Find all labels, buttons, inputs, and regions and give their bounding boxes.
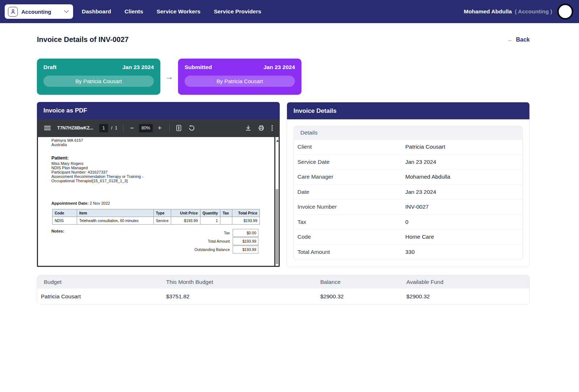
chevron-down-icon bbox=[64, 10, 69, 13]
detail-row-tax: Tax0 bbox=[294, 215, 523, 230]
doc-address: Palmyra WA 6157 Australia bbox=[51, 138, 259, 147]
detail-row-service-date: Service DateJan 23 2024 bbox=[294, 155, 523, 170]
role-selector-label: Accounting bbox=[21, 9, 60, 15]
pdf-page: Palmyra WA 6157 Australia Patient: Miss … bbox=[38, 137, 274, 266]
page-separator: / bbox=[111, 125, 112, 131]
detail-row-code: CodeHome Care bbox=[294, 230, 523, 245]
back-arrow-icon: ← bbox=[507, 36, 514, 43]
budget-cell: $3751.82 bbox=[166, 293, 320, 300]
download-icon[interactable] bbox=[244, 123, 253, 133]
scrollbar-thumb[interactable] bbox=[276, 189, 278, 264]
nav-item-clients[interactable]: Clients bbox=[124, 8, 143, 15]
doc-items-table: Code Item Type Unit Price Quantity Tax T… bbox=[52, 209, 260, 225]
budget-table-header: Budget This Month Budget Balance Availab… bbox=[37, 275, 529, 289]
doc-totals: Tax$0.00 Total Amount$193.99 Outstanding… bbox=[195, 229, 258, 253]
more-options-icon[interactable] bbox=[270, 123, 275, 133]
zoom-in-button[interactable]: + bbox=[156, 124, 164, 133]
pdf-scrollbar[interactable] bbox=[274, 137, 279, 266]
toolbar-divider bbox=[169, 124, 170, 132]
nav-item-service-providers[interactable]: Service Providers bbox=[214, 8, 261, 15]
status-author-pill: By Patricia Cousart bbox=[43, 76, 154, 87]
status-author-pill: By Patricia Cousart bbox=[185, 76, 295, 87]
budget-cell: $2900.32 bbox=[406, 293, 529, 300]
detail-row-client: ClientPatricia Cousart bbox=[294, 140, 523, 155]
budget-col-header: This Month Budget bbox=[166, 279, 320, 285]
details-panel-title: Invoice Details bbox=[287, 102, 529, 119]
back-button[interactable]: ← Back bbox=[507, 36, 530, 43]
role-selector-dropdown[interactable]: Accounting bbox=[5, 4, 73, 19]
status-timeline: Draft Jan 23 2024 By Patricia Cousart → … bbox=[37, 59, 530, 95]
scroll-up-icon[interactable] bbox=[276, 140, 279, 142]
user-name: Mohamed Abdulla bbox=[464, 8, 512, 15]
doc-item-row: NDIS Telehealth consultation, 60 minutes… bbox=[52, 217, 260, 225]
status-date: Jan 23 2024 bbox=[122, 64, 154, 71]
page-head: Invoice Details of INV-0027 ← Back bbox=[37, 35, 530, 44]
budget-cell: $2900.32 bbox=[320, 293, 406, 300]
pdf-toolbar: T7N7HZ8BwKZ... 1 / 1 − 80% + bbox=[37, 119, 280, 137]
pdf-viewport: Palmyra WA 6157 Australia Patient: Miss … bbox=[37, 137, 280, 267]
invoice-pdf-panel: Invoice as PDF T7N7HZ8BwKZ... 1 / 1 − 80… bbox=[37, 102, 280, 267]
user-role: ( Accounting ) bbox=[515, 8, 552, 15]
pdf-panel-title: Invoice as PDF bbox=[37, 102, 280, 119]
main-nav: Dashboard Clients Service Workers Servic… bbox=[82, 8, 261, 15]
budget-cell: Patricia Cousart bbox=[37, 293, 166, 300]
status-date: Jan 23 2024 bbox=[263, 64, 295, 71]
nav-item-dashboard[interactable]: Dashboard bbox=[82, 8, 111, 15]
detail-row-care-manager: Care ManagerMohamed Abdulla bbox=[294, 170, 523, 185]
zoom-out-button[interactable]: − bbox=[128, 124, 136, 133]
status-card-submitted: Submitted Jan 23 2024 By Patricia Cousar… bbox=[178, 59, 301, 95]
timeline-arrow-icon: → bbox=[160, 72, 178, 82]
avatar[interactable] bbox=[557, 4, 573, 20]
details-section-header: Details bbox=[294, 126, 523, 140]
accountant-icon bbox=[8, 7, 18, 17]
details-table: Details ClientPatricia Cousart Service D… bbox=[293, 126, 523, 260]
detail-row-invoice-number: Invoice NumberINV-0027 bbox=[294, 200, 523, 215]
status-label: Submitted bbox=[185, 64, 212, 71]
doc-notes-label: Notes: bbox=[51, 229, 64, 253]
detail-row-total-amount: Total Amount330 bbox=[294, 245, 523, 260]
rotate-icon[interactable] bbox=[187, 123, 196, 133]
pdf-filename: T7N7HZ8BwKZ... bbox=[57, 125, 93, 131]
budget-col-header: Available Fund bbox=[406, 279, 529, 285]
detail-row-date: DateJan 23 2024 bbox=[294, 185, 523, 200]
doc-appointment-date: Appointment Date: 2 Nov 2022 bbox=[51, 201, 259, 205]
page-total: 1 bbox=[115, 125, 118, 131]
zoom-level: 80% bbox=[139, 124, 153, 132]
top-navbar: Accounting Dashboard Clients Service Wor… bbox=[0, 0, 579, 23]
budget-table: Budget This Month Budget Balance Availab… bbox=[37, 275, 530, 304]
fit-page-icon[interactable] bbox=[174, 123, 183, 133]
status-label: Draft bbox=[43, 64, 56, 71]
page-title: Invoice Details of INV-0027 bbox=[37, 35, 128, 44]
status-card-draft: Draft Jan 23 2024 By Patricia Cousart bbox=[37, 59, 160, 95]
doc-patient-info: Miss Mary Rogers NDIS Plan Managed Parti… bbox=[51, 161, 259, 183]
budget-col-header: Balance bbox=[320, 279, 406, 285]
budget-table-row: Patricia Cousart $3751.82 $2900.32 $2900… bbox=[37, 289, 529, 304]
back-label: Back bbox=[516, 37, 530, 43]
budget-col-header: Budget bbox=[37, 279, 166, 285]
page-content: Invoice Details of INV-0027 ← Back Draft… bbox=[0, 35, 579, 304]
invoice-details-panel: Invoice Details Details ClientPatricia C… bbox=[287, 102, 530, 267]
page-number-input[interactable]: 1 bbox=[99, 124, 108, 132]
toolbar-divider bbox=[123, 124, 123, 132]
doc-patient-heading: Patient: bbox=[51, 155, 259, 161]
nav-item-service-workers[interactable]: Service Workers bbox=[157, 8, 200, 15]
print-icon[interactable] bbox=[257, 123, 266, 133]
user-area: Mohamed Abdulla ( Accounting ) bbox=[464, 4, 573, 20]
menu-icon[interactable] bbox=[43, 124, 52, 132]
